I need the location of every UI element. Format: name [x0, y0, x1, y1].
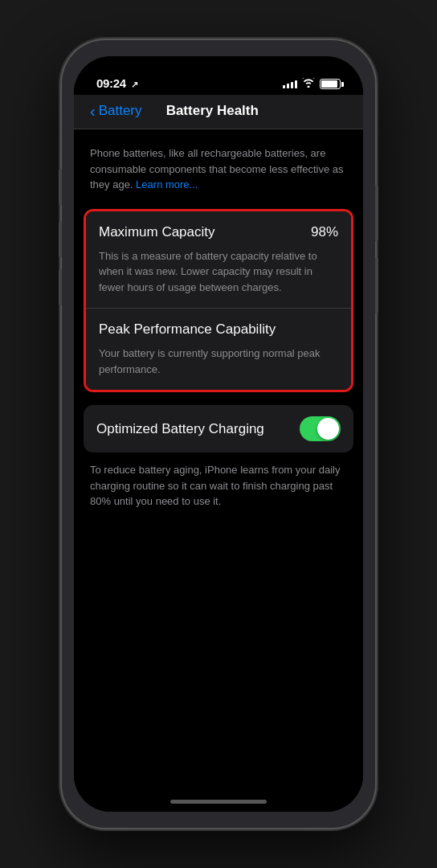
- status-time: 09:24 ↗: [96, 76, 137, 90]
- phone-frame: 09:24 ↗: [62, 40, 375, 828]
- navigation-bar: ‹ Battery Battery Health: [74, 95, 363, 129]
- signal-icon: [283, 80, 297, 88]
- capacity-row: Maximum Capacity 98%: [99, 224, 338, 240]
- peak-description: Your battery is currently supporting nor…: [99, 346, 338, 377]
- learn-more-link[interactable]: Learn more...: [136, 178, 198, 190]
- time-display: 09:24: [96, 76, 126, 90]
- battery-fill: [321, 80, 337, 88]
- capacity-value: 98%: [311, 224, 338, 240]
- intro-description: Phone batteries, like all rechargeable b…: [74, 145, 363, 209]
- page-title: Battery Health: [142, 103, 283, 119]
- phone-screen: 09:24 ↗: [74, 56, 363, 812]
- optimized-charging-label: Optimized Battery Charging: [96, 421, 264, 437]
- home-bar: [170, 800, 267, 804]
- content-area: Phone batteries, like all rechargeable b…: [74, 129, 363, 788]
- peak-title: Peak Performance Capability: [99, 321, 338, 338]
- status-icons: [283, 78, 341, 90]
- battery-status-icon: [320, 79, 341, 89]
- optimized-charging-row: Optimized Battery Charging: [84, 405, 353, 452]
- chevron-left-icon: ‹: [90, 103, 96, 119]
- toggle-knob: [317, 418, 339, 440]
- optimized-charging-description: To reduce battery aging, iPhone learns f…: [74, 459, 363, 526]
- home-indicator: [74, 788, 363, 812]
- optimized-charging-toggle[interactable]: [300, 416, 341, 441]
- maximum-capacity-section: Maximum Capacity 98% This is a measure o…: [86, 211, 351, 309]
- capacity-title: Maximum Capacity: [99, 224, 215, 240]
- back-button[interactable]: ‹ Battery: [90, 103, 142, 119]
- intro-text: Phone batteries, like all rechargeable b…: [90, 147, 344, 190]
- peak-performance-section: Peak Performance Capability Your battery…: [86, 308, 351, 390]
- battery-health-card: Maximum Capacity 98% This is a measure o…: [84, 209, 353, 393]
- notch: [158, 56, 279, 80]
- wifi-icon: [302, 78, 315, 90]
- back-label: Battery: [99, 103, 142, 119]
- location-icon: ↗: [131, 80, 138, 89]
- capacity-description: This is a measure of battery capacity re…: [99, 248, 338, 296]
